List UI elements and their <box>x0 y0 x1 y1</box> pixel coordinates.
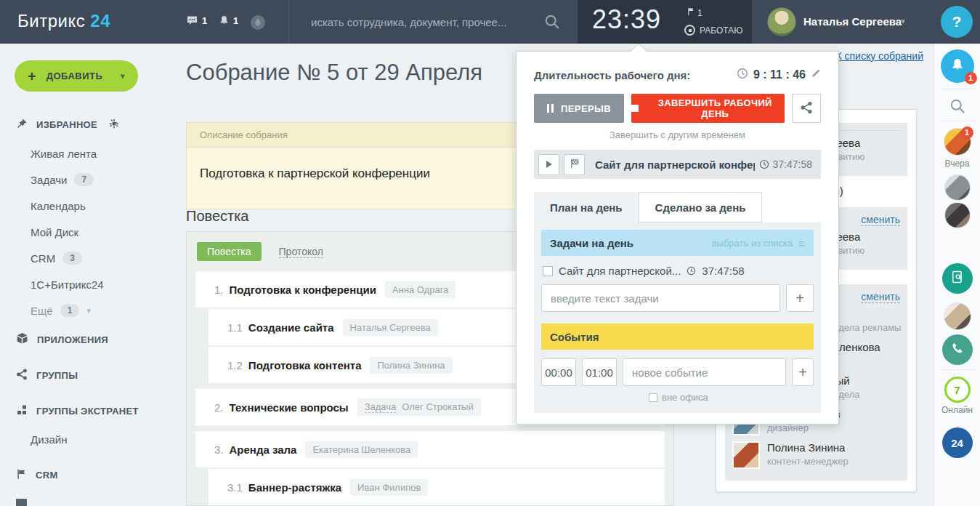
events-header-bar: События <box>541 324 814 350</box>
tab-done-for-day[interactable]: Сделано за день <box>639 192 763 222</box>
sidebar-section-extranet-groups[interactable]: ГРУППЫ ЭКСТРАНЕТ <box>0 401 174 420</box>
sidebar-item-live-feed[interactable]: Живая лента <box>0 144 174 163</box>
tab-protocol[interactable]: Протокол <box>279 246 323 258</box>
sidebar-item-my-drive[interactable]: Мой Диск <box>0 222 174 241</box>
bell-icon <box>950 57 965 75</box>
clock-time: 23:39 <box>592 4 661 35</box>
chevron-down-icon: ▾ <box>120 71 125 81</box>
out-of-office-checkbox[interactable] <box>649 393 657 402</box>
crm-badge: 3 <box>62 252 82 265</box>
task-checkbox[interactable] <box>543 266 553 276</box>
apps-box-icon <box>16 332 28 347</box>
sidebar-item-more[interactable]: Ещё1▾ <box>0 301 174 320</box>
right-rail: 1 1 Вчера 24 7 Онлайн + <box>934 44 980 506</box>
sidebar-section-crm[interactable]: CRM <box>0 465 174 484</box>
network-button[interactable] <box>250 15 266 31</box>
flag-icon <box>687 7 694 18</box>
add-button[interactable]: + ДОБАВИТЬ ▾ <box>15 60 138 92</box>
agenda-item-3[interactable]: 3. Аренда зала Екатерина Шеленкова <box>195 431 665 467</box>
change-secretary-link[interactable]: сменить <box>861 214 900 226</box>
share-button[interactable] <box>792 94 821 123</box>
bitrix24-logo[interactable]: Битрикс 24 <box>17 11 110 31</box>
user-avatar[interactable] <box>767 7 796 36</box>
finish-task-button[interactable] <box>564 154 585 175</box>
event-start-time-input[interactable] <box>541 358 576 386</box>
current-task-title[interactable]: Сайт для партнерской конфер... <box>595 158 755 171</box>
new-task-input[interactable] <box>541 284 780 312</box>
change-members-link[interactable]: сменить <box>861 291 900 303</box>
search-icon <box>949 97 966 115</box>
member-entry[interactable]: Полина Зинина контент-менеджер <box>732 441 900 469</box>
telephony-button[interactable] <box>942 334 973 365</box>
clock-icon <box>737 68 748 82</box>
popup-tab-bar: План на день Сделано за день <box>534 192 821 222</box>
tab-plan-for-day[interactable]: План на день <box>534 192 639 222</box>
chat-count: 1 <box>202 15 207 26</box>
document-search-button[interactable] <box>942 263 973 294</box>
add-event-button[interactable]: + <box>792 358 814 386</box>
choose-from-list-link[interactable]: выбрать из списка <box>712 238 793 249</box>
break-button[interactable]: ПЕРЕРЫВ <box>534 94 624 123</box>
more-badge: 1 <box>60 304 80 317</box>
chat-contact-avatar[interactable] <box>944 202 971 228</box>
notifications-bell-button[interactable]: 1 <box>941 49 974 83</box>
chevron-down-icon[interactable]: ▾ <box>901 16 905 26</box>
bell-icon <box>219 15 230 26</box>
sidebar-item-calendar[interactable]: Календарь <box>0 196 174 215</box>
out-of-office-label: вне офиса <box>662 392 708 403</box>
tasks-badge: 7 <box>74 173 94 186</box>
add-task-button[interactable]: + <box>786 284 814 312</box>
task-label[interactable]: Сайт для партнерской... <box>559 265 681 277</box>
rail-search-button[interactable] <box>949 97 966 118</box>
search-icon[interactable] <box>543 13 561 33</box>
sidebar-item-1c-bitrix24[interactable]: 1С+Битрикс24 <box>0 275 174 294</box>
sidebar-item-tasks[interactable]: Задачи7 <box>0 170 174 189</box>
new-event-input[interactable] <box>623 358 786 386</box>
duration-value: 9 : 11 : 46 <box>753 68 806 81</box>
share-icon <box>800 101 813 116</box>
divider <box>940 89 975 89</box>
task-link[interactable]: Задача <box>365 401 397 413</box>
tasks-header-bar: Задачи на день выбрать из списка ≡ <box>541 230 814 256</box>
agenda-item-3-1[interactable]: 3.1 Баннер-растяжка Иван Филипов <box>208 469 665 505</box>
sidebar-section-groups[interactable]: ГРУППЫ <box>0 366 174 385</box>
notifications-button[interactable]: 1 <box>219 15 238 26</box>
sidebar-section-favorites[interactable]: ИЗБРАННОЕ <box>0 115 174 134</box>
sidebar-item-crm[interactable]: CRM3 <box>0 249 174 268</box>
current-task-bar: Сайт для партнерской конфер... 37:47:58 <box>534 150 821 179</box>
responsible-badge: Наталья Сергеева <box>343 319 438 336</box>
divider <box>940 369 975 370</box>
topbar-divider <box>288 0 289 44</box>
event-end-time-input[interactable] <box>582 358 617 386</box>
chat-contact-avatar[interactable] <box>944 302 971 330</box>
responsible-badge: Иван Филипов <box>350 479 428 496</box>
responsible-badge: ЗадачаОлег Строкатый <box>357 398 481 416</box>
app-window: Битрикс 24 1 1 23:39 1 РАБОТАЮ <box>0 0 980 506</box>
pencil-icon[interactable] <box>811 68 821 81</box>
finish-workday-button[interactable]: ЗАВЕРШИТЬ РАБОЧИЙ ДЕНЬ <box>631 94 785 123</box>
help-button[interactable]: ? <box>941 6 973 38</box>
online-label: Онлайн <box>941 405 973 415</box>
plan-tab-content: Задачи на день выбрать из списка ≡ Сайт … <box>534 222 821 413</box>
sidebar-item-design[interactable]: Дизайн <box>0 430 174 449</box>
chat-contact-avatar[interactable]: 1 <box>944 128 971 156</box>
top-bar: Битрикс 24 1 1 23:39 1 РАБОТАЮ <box>0 0 980 44</box>
hamburger-icon[interactable]: ≡ <box>798 237 805 249</box>
online-counter[interactable]: 7 <box>944 377 971 403</box>
pause-icon <box>547 104 554 113</box>
task-time: 37:47:58 <box>702 265 744 277</box>
workday-clock-widget[interactable]: 23:39 1 РАБОТАЮ <box>578 0 752 44</box>
bitrix24-network-button[interactable]: 24 <box>942 427 973 458</box>
finish-other-time-link[interactable]: Завершить с другим временем <box>517 129 838 140</box>
clock-icon <box>759 159 769 169</box>
tab-agenda[interactable]: Повестка <box>197 242 262 261</box>
search-input[interactable] <box>311 10 529 33</box>
user-name[interactable]: Наталья Сергеева <box>803 15 902 28</box>
left-sidebar: + ДОБАВИТЬ ▾ ИЗБРАННОЕ Живая лента Задач… <box>0 44 174 506</box>
sidebar-section-apps[interactable]: ПРИЛОЖЕНИЯ <box>0 330 174 349</box>
chat-icon <box>186 15 198 26</box>
play-button[interactable] <box>538 154 559 175</box>
chat-button[interactable]: 1 <box>186 15 207 26</box>
gear-icon[interactable] <box>109 119 119 131</box>
chat-contact-avatar[interactable] <box>944 174 971 201</box>
